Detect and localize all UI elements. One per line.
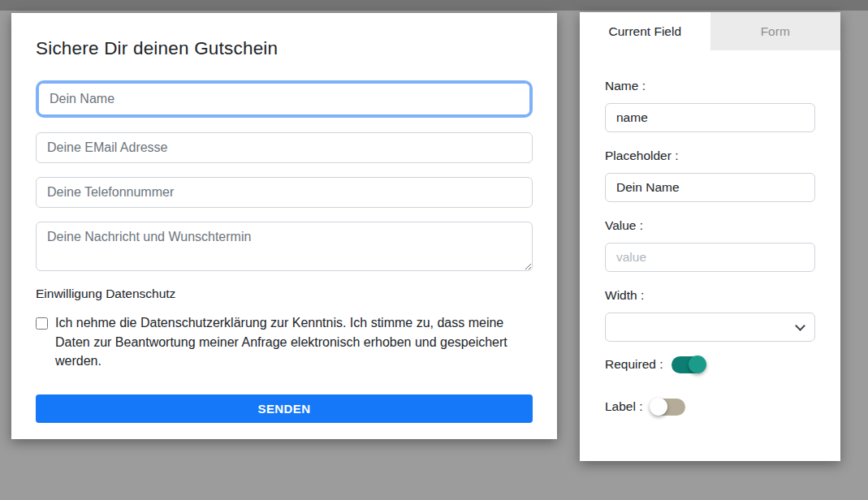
name-input[interactable]	[39, 84, 529, 114]
consent-heading: Einwilligung Datenschutz	[36, 287, 533, 301]
width-select[interactable]	[605, 312, 815, 342]
form-title: Sichere Dir deinen Gutschein	[36, 37, 533, 60]
tab-form[interactable]: Form	[710, 12, 841, 50]
send-button[interactable]: SENDEN	[36, 394, 533, 423]
tab-current-field[interactable]: Current Field	[580, 12, 710, 50]
consent-row: Ich nehme die Datenschutzerklärung zur K…	[36, 313, 533, 371]
label-row: Label :	[605, 398, 815, 416]
width-select-wrap	[605, 312, 815, 342]
phone-input[interactable]	[36, 177, 533, 208]
editor-tab-bar: Current Field Form	[580, 12, 840, 50]
required-row: Required :	[605, 356, 815, 373]
form-preview-card: Sichere Dir deinen Gutschein Einwilligun…	[11, 13, 557, 439]
value-label: Value :	[605, 219, 815, 232]
consent-text: Ich nehme die Datenschutzerklärung zur K…	[55, 313, 533, 371]
label-toggle[interactable]	[651, 399, 685, 416]
required-toggle-knob	[689, 356, 706, 373]
email-input[interactable]	[36, 132, 533, 163]
field-value-input[interactable]	[605, 243, 815, 272]
width-label: Width :	[605, 289, 815, 302]
consent-checkbox[interactable]	[36, 317, 48, 330]
label-label: Label :	[605, 400, 643, 413]
message-textarea[interactable]	[36, 222, 533, 271]
top-strip	[0, 0, 868, 11]
placeholder-label: Placeholder :	[605, 149, 815, 162]
editor-content: Name : Placeholder : Value : Width : Req…	[580, 50, 840, 416]
required-toggle[interactable]	[672, 356, 706, 373]
required-label: Required :	[605, 358, 663, 371]
field-name-input[interactable]	[605, 103, 815, 132]
name-label: Name :	[605, 80, 815, 93]
label-toggle-knob	[650, 398, 667, 416]
field-placeholder-input[interactable]	[605, 173, 815, 202]
focused-field-ring	[36, 80, 533, 118]
field-editor-panel: Current Field Form Name : Placeholder : …	[580, 12, 840, 461]
